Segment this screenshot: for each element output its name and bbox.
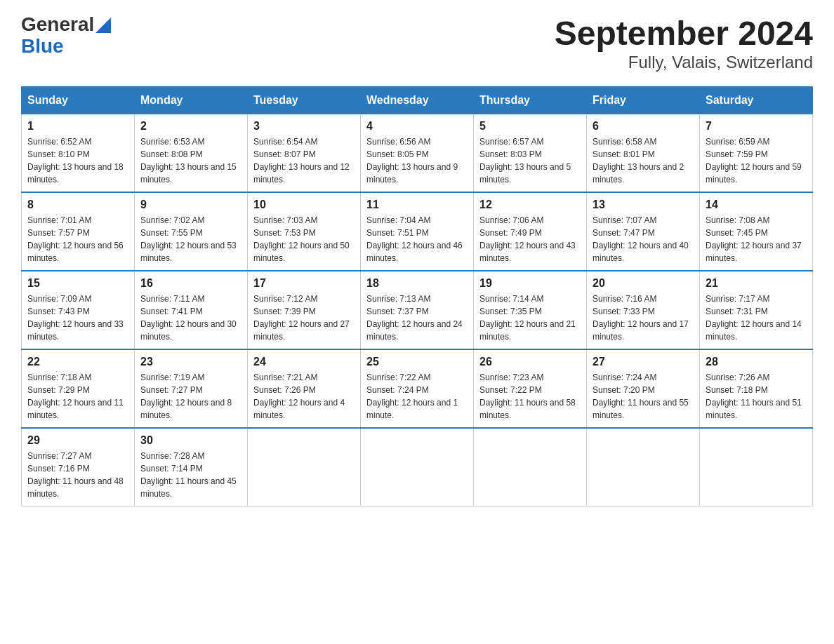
- day-info: Sunrise: 7:06 AMSunset: 7:49 PMDaylight:…: [479, 214, 581, 264]
- day-number: 23: [140, 356, 241, 368]
- day-number: 21: [706, 277, 807, 290]
- day-number: 22: [27, 356, 128, 368]
- day-number: 26: [479, 356, 581, 368]
- day-info: Sunrise: 7:04 AMSunset: 7:51 PMDaylight:…: [366, 214, 468, 264]
- calendar-cell: [361, 428, 474, 507]
- day-info: Sunrise: 7:17 AMSunset: 7:31 PMDaylight:…: [706, 293, 807, 343]
- calendar-cell: 7Sunrise: 6:59 AMSunset: 7:59 PMDaylight…: [700, 114, 813, 193]
- calendar-cell: 10Sunrise: 7:03 AMSunset: 7:53 PMDayligh…: [248, 192, 361, 271]
- day-info: Sunrise: 7:28 AMSunset: 7:14 PMDaylight:…: [140, 450, 241, 500]
- calendar-cell: 27Sunrise: 7:24 AMSunset: 7:20 PMDayligh…: [587, 349, 700, 428]
- week-row-1: 1Sunrise: 6:52 AMSunset: 8:10 PMDaylight…: [22, 114, 813, 193]
- month-year-title: September 2024: [555, 14, 813, 53]
- days-header-row: Sunday Monday Tuesday Wednesday Thursday…: [22, 87, 813, 114]
- header-saturday: Saturday: [700, 87, 813, 114]
- calendar-cell: 23Sunrise: 7:19 AMSunset: 7:27 PMDayligh…: [135, 349, 248, 428]
- day-info: Sunrise: 6:52 AMSunset: 8:10 PMDaylight:…: [27, 135, 128, 186]
- day-number: 29: [27, 434, 128, 447]
- calendar-cell: 22Sunrise: 7:18 AMSunset: 7:29 PMDayligh…: [22, 349, 135, 428]
- day-info: Sunrise: 7:26 AMSunset: 7:18 PMDaylight:…: [706, 371, 807, 422]
- day-number: 13: [593, 199, 694, 211]
- calendar-cell: [587, 428, 700, 507]
- day-number: 15: [27, 277, 128, 290]
- calendar-cell: 15Sunrise: 7:09 AMSunset: 7:43 PMDayligh…: [22, 271, 135, 349]
- day-info: Sunrise: 7:13 AMSunset: 7:37 PMDaylight:…: [366, 293, 468, 343]
- day-number: 20: [593, 277, 694, 290]
- day-info: Sunrise: 7:09 AMSunset: 7:43 PMDaylight:…: [27, 293, 128, 343]
- day-info: Sunrise: 7:11 AMSunset: 7:41 PMDaylight:…: [140, 293, 241, 343]
- day-number: 28: [706, 356, 807, 368]
- day-number: 8: [27, 199, 128, 211]
- week-row-4: 22Sunrise: 7:18 AMSunset: 7:29 PMDayligh…: [22, 349, 813, 428]
- calendar-cell: [474, 428, 587, 507]
- day-number: 18: [366, 277, 468, 290]
- day-number: 12: [479, 199, 581, 211]
- day-info: Sunrise: 7:19 AMSunset: 7:27 PMDaylight:…: [140, 371, 241, 422]
- calendar-cell: 8Sunrise: 7:01 AMSunset: 7:57 PMDaylight…: [22, 192, 135, 271]
- day-info: Sunrise: 7:16 AMSunset: 7:33 PMDaylight:…: [593, 293, 694, 343]
- calendar-cell: 13Sunrise: 7:07 AMSunset: 7:47 PMDayligh…: [587, 192, 700, 271]
- calendar-cell: 11Sunrise: 7:04 AMSunset: 7:51 PMDayligh…: [361, 192, 474, 271]
- calendar-cell: 21Sunrise: 7:17 AMSunset: 7:31 PMDayligh…: [700, 271, 813, 349]
- calendar-cell: 12Sunrise: 7:06 AMSunset: 7:49 PMDayligh…: [474, 192, 587, 271]
- day-number: 3: [253, 120, 355, 133]
- calendar-cell: 9Sunrise: 7:02 AMSunset: 7:55 PMDaylight…: [135, 192, 248, 271]
- header-thursday: Thursday: [474, 87, 587, 114]
- day-info: Sunrise: 7:03 AMSunset: 7:53 PMDaylight:…: [253, 214, 355, 264]
- day-info: Sunrise: 7:22 AMSunset: 7:24 PMDaylight:…: [366, 371, 468, 422]
- calendar-cell: 30Sunrise: 7:28 AMSunset: 7:14 PMDayligh…: [135, 428, 248, 507]
- day-info: Sunrise: 7:01 AMSunset: 7:57 PMDaylight:…: [27, 214, 128, 264]
- header: General Blue September 2024 Fully, Valai…: [21, 14, 813, 72]
- calendar-cell: 29Sunrise: 7:27 AMSunset: 7:16 PMDayligh…: [22, 428, 135, 507]
- calendar-cell: 28Sunrise: 7:26 AMSunset: 7:18 PMDayligh…: [700, 349, 813, 428]
- location-subtitle: Fully, Valais, Switzerland: [555, 53, 813, 72]
- day-number: 11: [366, 199, 468, 211]
- calendar-cell: 24Sunrise: 7:21 AMSunset: 7:26 PMDayligh…: [248, 349, 361, 428]
- day-number: 14: [706, 199, 807, 211]
- day-info: Sunrise: 6:53 AMSunset: 8:08 PMDaylight:…: [140, 135, 241, 186]
- day-number: 30: [140, 434, 241, 447]
- day-info: Sunrise: 6:54 AMSunset: 8:07 PMDaylight:…: [253, 135, 355, 186]
- logo-triangle-icon: [95, 18, 111, 33]
- calendar-cell: [700, 428, 813, 507]
- calendar-cell: 4Sunrise: 6:56 AMSunset: 8:05 PMDaylight…: [361, 114, 474, 193]
- calendar-cell: 20Sunrise: 7:16 AMSunset: 7:33 PMDayligh…: [587, 271, 700, 349]
- calendar-table: Sunday Monday Tuesday Wednesday Thursday…: [21, 86, 813, 507]
- calendar-cell: 16Sunrise: 7:11 AMSunset: 7:41 PMDayligh…: [135, 271, 248, 349]
- day-number: 16: [140, 277, 241, 290]
- logo-general-text: General: [21, 14, 94, 36]
- day-info: Sunrise: 7:12 AMSunset: 7:39 PMDaylight:…: [253, 293, 355, 343]
- calendar-cell: 6Sunrise: 6:58 AMSunset: 8:01 PMDaylight…: [587, 114, 700, 193]
- day-info: Sunrise: 7:27 AMSunset: 7:16 PMDaylight:…: [27, 450, 128, 500]
- week-row-2: 8Sunrise: 7:01 AMSunset: 7:57 PMDaylight…: [22, 192, 813, 271]
- day-number: 5: [479, 120, 581, 133]
- day-info: Sunrise: 6:56 AMSunset: 8:05 PMDaylight:…: [366, 135, 468, 186]
- day-number: 17: [253, 277, 355, 290]
- day-info: Sunrise: 7:18 AMSunset: 7:29 PMDaylight:…: [27, 371, 128, 422]
- day-number: 10: [253, 199, 355, 211]
- calendar-cell: 14Sunrise: 7:08 AMSunset: 7:45 PMDayligh…: [700, 192, 813, 271]
- calendar-cell: 26Sunrise: 7:23 AMSunset: 7:22 PMDayligh…: [474, 349, 587, 428]
- day-number: 2: [140, 120, 241, 133]
- day-number: 4: [366, 120, 468, 133]
- day-info: Sunrise: 7:24 AMSunset: 7:20 PMDaylight:…: [593, 371, 694, 422]
- day-number: 19: [479, 277, 581, 290]
- day-info: Sunrise: 7:02 AMSunset: 7:55 PMDaylight:…: [140, 214, 241, 264]
- day-number: 1: [27, 120, 128, 133]
- svg-marker-0: [95, 18, 111, 33]
- day-info: Sunrise: 7:08 AMSunset: 7:45 PMDaylight:…: [706, 214, 807, 264]
- calendar-cell: 2Sunrise: 6:53 AMSunset: 8:08 PMDaylight…: [135, 114, 248, 193]
- day-info: Sunrise: 7:23 AMSunset: 7:22 PMDaylight:…: [479, 371, 581, 422]
- day-number: 25: [366, 356, 468, 368]
- calendar-cell: 3Sunrise: 6:54 AMSunset: 8:07 PMDaylight…: [248, 114, 361, 193]
- logo-blue-text: Blue: [21, 36, 111, 58]
- title-area: September 2024 Fully, Valais, Switzerlan…: [555, 14, 813, 72]
- header-friday: Friday: [587, 87, 700, 114]
- day-info: Sunrise: 7:14 AMSunset: 7:35 PMDaylight:…: [479, 293, 581, 343]
- calendar-cell: 5Sunrise: 6:57 AMSunset: 8:03 PMDaylight…: [474, 114, 587, 193]
- day-info: Sunrise: 7:07 AMSunset: 7:47 PMDaylight:…: [593, 214, 694, 264]
- day-number: 6: [593, 120, 694, 133]
- day-info: Sunrise: 6:59 AMSunset: 7:59 PMDaylight:…: [706, 135, 807, 186]
- header-monday: Monday: [135, 87, 248, 114]
- week-row-3: 15Sunrise: 7:09 AMSunset: 7:43 PMDayligh…: [22, 271, 813, 349]
